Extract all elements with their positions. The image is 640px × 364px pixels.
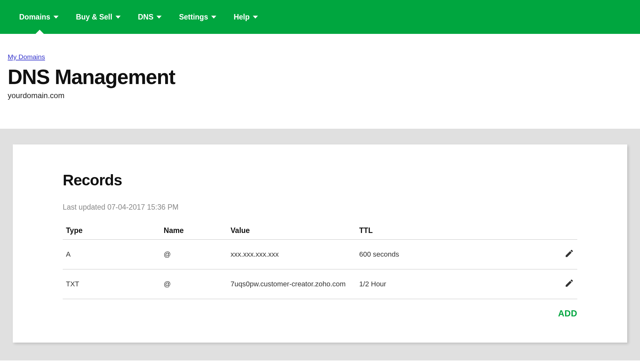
nav-item-label: Help	[234, 13, 250, 21]
pencil-icon[interactable]	[564, 249, 574, 258]
breadcrumb-my-domains[interactable]: My Domains	[8, 53, 45, 60]
pencil-icon[interactable]	[564, 278, 574, 288]
page-header: My Domains DNS Management yourdomain.com	[0, 34, 640, 129]
records-panel: Records Last updated 07-04-2017 15:36 PM…	[13, 144, 627, 343]
top-nav: Domains Buy & Sell DNS Settings Help	[0, 0, 640, 34]
chevron-down-icon	[211, 16, 216, 19]
cell-value: xxx.xxx.xxx.xxx	[228, 240, 356, 269]
last-updated-label: Last updated 07-04-2017 15:36 PM	[63, 203, 577, 212]
table-header-row: Type Name Value TTL	[63, 222, 577, 240]
nav-item-buy-sell[interactable]: Buy & Sell	[76, 13, 121, 21]
nav-item-dns[interactable]: DNS	[138, 13, 162, 21]
nav-item-settings[interactable]: Settings	[179, 13, 216, 21]
column-header-ttl: TTL	[356, 222, 536, 240]
cell-ttl: 600 seconds	[356, 240, 536, 269]
nav-item-domains[interactable]: Domains	[19, 13, 59, 21]
cell-type: TXT	[63, 269, 161, 299]
cell-edit	[536, 269, 577, 299]
column-header-edit	[536, 222, 577, 240]
nav-item-label: Domains	[19, 13, 50, 21]
chevron-down-icon	[116, 16, 121, 19]
table-row: A @ xxx.xxx.xxx.xxx 600 seconds	[63, 240, 577, 269]
records-title: Records	[63, 171, 577, 189]
cell-ttl: 1/2 Hour	[356, 269, 536, 299]
column-header-type: Type	[63, 222, 161, 240]
chevron-down-icon	[53, 16, 59, 19]
add-row: ADD	[63, 309, 577, 319]
add-button[interactable]: ADD	[558, 309, 577, 319]
cell-edit	[536, 240, 577, 269]
table-row: TXT @ 7uqs0pw.customer-creator.zoho.com …	[63, 269, 577, 299]
cell-value: 7uqs0pw.customer-creator.zoho.com	[228, 269, 356, 299]
records-table: Type Name Value TTL A @ xxx.xxx.xxx.xxx …	[63, 222, 577, 299]
column-header-name: Name	[161, 222, 228, 240]
chevron-down-icon	[156, 16, 162, 19]
cell-name: @	[161, 240, 228, 269]
nav-item-label: DNS	[138, 13, 154, 21]
page-title: DNS Management	[8, 66, 632, 88]
cell-type: A	[63, 240, 161, 269]
nav-item-label: Buy & Sell	[76, 13, 112, 21]
column-header-value: Value	[228, 222, 356, 240]
chevron-down-icon	[253, 16, 258, 19]
panel-container: Records Last updated 07-04-2017 15:36 PM…	[0, 129, 640, 360]
cell-name: @	[161, 269, 228, 299]
active-tab-indicator	[35, 30, 44, 34]
nav-item-help[interactable]: Help	[234, 13, 258, 21]
domain-name: yourdomain.com	[8, 91, 632, 100]
nav-item-label: Settings	[179, 13, 208, 21]
